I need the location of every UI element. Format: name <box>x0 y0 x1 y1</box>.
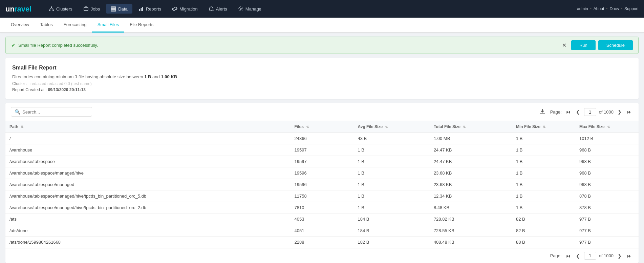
nav-reports-label: Reports <box>146 6 162 12</box>
nav-about[interactable]: About <box>594 6 604 11</box>
cell-total_file_size: 728.55 KB <box>430 225 512 237</box>
sort-files-icon: ⇅ <box>306 125 309 129</box>
download-icon <box>539 108 545 114</box>
footer-prev-page-button[interactable]: ❮ <box>575 252 581 259</box>
cell-path: / <box>5 133 291 144</box>
cell-path: /warehouse <box>5 144 291 156</box>
cell-files: 11758 <box>291 190 354 202</box>
cell-max_file_size: 968 B <box>575 179 639 190</box>
col-header-avg[interactable]: Avg File Size ⇅ <box>354 121 430 133</box>
footer-first-page-button[interactable]: ⏮ <box>564 252 572 259</box>
table-row: /ats4053184 B728.82 KB82 B977 B <box>5 214 639 225</box>
close-alert-button[interactable]: ✕ <box>560 41 568 49</box>
jobs-icon <box>83 6 89 12</box>
svg-rect-7 <box>84 7 88 11</box>
table-section: 🔍 Page: ⏮ ❮ of 1000 ❯ ⏭ Path <box>5 103 639 263</box>
table-row: /warehouse/tablespace195971 B24.47 KB1 B… <box>5 156 639 167</box>
footer-page-number-input[interactable] <box>584 252 596 260</box>
nav-jobs-label: Jobs <box>91 6 100 12</box>
svg-point-14 <box>240 8 241 9</box>
nav-alerts[interactable]: Alerts <box>204 4 232 14</box>
page-number-input[interactable] <box>584 108 596 116</box>
schedule-button[interactable]: Schedule <box>598 40 633 50</box>
cell-min_file_size: 88 B <box>512 237 575 248</box>
last-page-button[interactable]: ⏭ <box>626 108 633 115</box>
search-box[interactable]: 🔍 <box>11 107 92 117</box>
svg-rect-9 <box>111 8 116 9</box>
cell-avg_file_size: 182 B <box>354 237 430 248</box>
cell-path: /warehouse/tablespace/managed/hive <box>5 167 291 179</box>
nav-clusters[interactable]: Clusters <box>44 4 77 14</box>
table-toolbar: 🔍 Page: ⏮ ❮ of 1000 ❯ ⏭ <box>5 103 639 121</box>
nav-docs[interactable]: Docs <box>609 6 619 11</box>
svg-rect-11 <box>139 9 140 11</box>
nav-jobs[interactable]: Jobs <box>79 4 105 14</box>
table-header-row: Path ⇅ Files ⇅ Avg File Size ⇅ Total Fil… <box>5 121 639 133</box>
cell-total_file_size: 23.68 KB <box>430 179 512 190</box>
cell-files: 24366 <box>291 133 354 144</box>
cell-path: /warehouse/tablespace/managed <box>5 179 291 190</box>
top-pagination: Page: ⏮ ❮ of 1000 ❯ ⏭ <box>537 107 633 117</box>
col-header-total[interactable]: Total File Size ⇅ <box>430 121 512 133</box>
next-page-button[interactable]: ❯ <box>616 108 623 115</box>
nav-migration[interactable]: Migration <box>167 4 202 14</box>
tab-small-files[interactable]: Small Files <box>92 18 125 33</box>
nav-support[interactable]: Support <box>624 6 639 11</box>
cell-avg_file_size: 1 B <box>354 179 430 190</box>
cell-files: 19597 <box>291 156 354 167</box>
report-title: Small File Report <box>12 65 632 71</box>
nav-data[interactable]: Data <box>106 4 132 14</box>
tab-file-reports[interactable]: File Reports <box>124 18 159 33</box>
clusters-icon <box>49 6 54 12</box>
col-header-path[interactable]: Path ⇅ <box>5 121 291 133</box>
nav-alerts-label: Alerts <box>216 6 227 12</box>
cell-max_file_size: 968 B <box>575 144 639 156</box>
nav-manage[interactable]: Manage <box>233 4 266 14</box>
cluster-value: redacted redacted 0.0 (test name) <box>30 81 92 86</box>
cell-avg_file_size: 1 B <box>354 167 430 179</box>
table-row: /warehouse/tablespace/managed/hive195961… <box>5 167 639 179</box>
tab-tables[interactable]: Tables <box>35 18 58 33</box>
table-row: /warehouse/tablespace/managed/hive/tpcds… <box>5 202 639 214</box>
cell-max_file_size: 968 B <box>575 167 639 179</box>
cell-avg_file_size: 184 B <box>354 225 430 237</box>
cell-total_file_size: 8.48 KB <box>430 202 512 214</box>
prev-page-button[interactable]: ❮ <box>575 108 581 115</box>
cell-files: 19597 <box>291 144 354 156</box>
table-row: /2436643 B1.00 MB1 B1012 B <box>5 133 639 144</box>
col-header-files[interactable]: Files ⇅ <box>291 121 354 133</box>
run-button[interactable]: Run <box>571 40 596 50</box>
cell-min_file_size: 1 B <box>512 156 575 167</box>
cell-total_file_size: 12.34 KB <box>430 190 512 202</box>
svg-rect-12 <box>141 8 142 11</box>
bottom-pagination: Page: ⏮ ❮ of 1000 ❯ ⏭ <box>5 248 639 263</box>
tab-overview[interactable]: Overview <box>5 18 35 33</box>
cell-min_file_size: 1 B <box>512 190 575 202</box>
cell-path: /ats/done <box>5 225 291 237</box>
footer-last-page-button[interactable]: ⏭ <box>626 252 633 259</box>
tab-forecasting[interactable]: Forecasting <box>58 18 92 33</box>
footer-next-page-button[interactable]: ❯ <box>616 252 623 259</box>
alert-bar: ✔ Small file Report completed successful… <box>5 37 639 54</box>
search-input[interactable] <box>22 109 88 115</box>
small-files-table: Path ⇅ Files ⇅ Avg File Size ⇅ Total Fil… <box>5 121 639 248</box>
first-page-button[interactable]: ⏮ <box>564 108 572 115</box>
cell-max_file_size: 878 B <box>575 190 639 202</box>
max-size: 1.00 KB <box>161 74 177 79</box>
logo[interactable]: un ravel <box>5 4 36 14</box>
svg-rect-8 <box>111 7 116 8</box>
svg-rect-10 <box>111 10 116 11</box>
cell-total_file_size: 23.68 KB <box>430 167 512 179</box>
table-body: /2436643 B1.00 MB1 B1012 B/warehouse1959… <box>5 133 639 248</box>
cell-files: 19596 <box>291 179 354 190</box>
nav-admin: admin <box>577 6 588 11</box>
report-created: Report Created at : 09/13/2020 20:11:13 <box>12 87 632 92</box>
col-header-max[interactable]: Max File Size ⇅ <box>575 121 639 133</box>
cell-avg_file_size: 43 B <box>354 133 430 144</box>
cell-min_file_size: 1 B <box>512 133 575 144</box>
nav-reports[interactable]: Reports <box>134 4 166 14</box>
cell-files: 7810 <box>291 202 354 214</box>
col-header-min[interactable]: Min File Size ⇅ <box>512 121 575 133</box>
download-button[interactable] <box>537 107 548 117</box>
cell-avg_file_size: 1 B <box>354 190 430 202</box>
